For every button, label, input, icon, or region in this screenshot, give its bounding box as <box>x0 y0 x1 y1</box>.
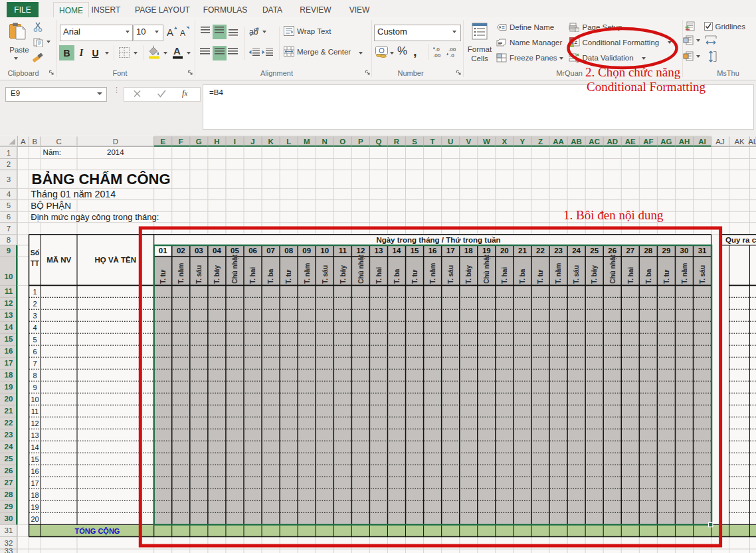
svg-text:28: 28 <box>5 491 13 498</box>
svg-text:V: V <box>466 138 471 146</box>
svg-text:T. ba: T. ba <box>645 269 652 284</box>
svg-text:T. hai: T. hai <box>249 267 256 284</box>
svg-text:18: 18 <box>5 371 13 379</box>
svg-text:X: X <box>502 138 508 146</box>
svg-text:32: 32 <box>5 539 13 547</box>
svg-text:2: 2 <box>33 300 37 308</box>
svg-text:M: M <box>304 138 310 146</box>
svg-text:3: 3 <box>7 175 11 183</box>
svg-text:11: 11 <box>31 407 39 415</box>
svg-text:T. hai: T. hai <box>375 267 383 284</box>
svg-text:09: 09 <box>302 247 311 255</box>
svg-text:Conditional Formatting: Conditional Formatting <box>587 80 706 94</box>
svg-text:Chủ nhật: Chủ nhật <box>357 255 365 284</box>
svg-text:T. bảy: T. bảy <box>591 265 598 284</box>
svg-text:25: 25 <box>5 455 13 463</box>
svg-text:17: 17 <box>5 359 13 367</box>
svg-text:I: I <box>234 138 236 146</box>
svg-text:8: 8 <box>7 236 11 244</box>
svg-text:8: 8 <box>33 372 37 380</box>
svg-text:31: 31 <box>5 526 13 534</box>
svg-text:AI: AI <box>698 138 706 146</box>
svg-text:Q: Q <box>375 138 381 146</box>
svg-text:20: 20 <box>31 515 39 523</box>
svg-text:22: 22 <box>536 247 545 255</box>
svg-text:04: 04 <box>213 247 221 255</box>
svg-text:Ngày trong tháng / Thứ trong t: Ngày trong tháng / Thứ trong tuần <box>376 236 500 244</box>
svg-text:10: 10 <box>31 395 39 403</box>
svg-text:AB: AB <box>571 138 582 146</box>
svg-text:T. sáu: T. sáu <box>573 265 580 284</box>
svg-text:7: 7 <box>33 360 37 368</box>
svg-text:26: 26 <box>5 467 13 475</box>
svg-text:T. ba: T. ba <box>267 269 274 284</box>
svg-text:28: 28 <box>644 247 652 255</box>
svg-text:14: 14 <box>5 323 13 331</box>
svg-text:D: D <box>113 138 118 146</box>
svg-text:N: N <box>322 138 328 146</box>
svg-text:21: 21 <box>518 247 527 255</box>
svg-text:T. sáu: T. sáu <box>699 265 706 284</box>
svg-text:Tháng 01 năm 2014: Tháng 01 năm 2014 <box>31 189 116 199</box>
svg-text:R: R <box>394 138 400 146</box>
svg-text:T. bảy: T. bảy <box>465 265 472 284</box>
svg-text:17: 17 <box>446 247 455 255</box>
svg-text:5: 5 <box>33 336 37 344</box>
svg-text:12: 12 <box>356 247 365 255</box>
svg-text:29: 29 <box>662 247 671 255</box>
svg-text:T. hai: T. hai <box>627 267 634 284</box>
svg-text:10: 10 <box>5 273 13 280</box>
svg-text:30: 30 <box>5 514 13 522</box>
svg-text:6: 6 <box>33 348 37 356</box>
svg-text:24: 24 <box>572 247 581 255</box>
svg-text:4: 4 <box>33 324 37 332</box>
svg-text:F: F <box>179 138 183 146</box>
svg-text:30: 30 <box>680 247 689 255</box>
svg-text:12: 12 <box>31 419 39 427</box>
svg-text:23: 23 <box>554 247 563 255</box>
svg-text:T. ba: T. ba <box>519 269 526 284</box>
svg-text:BỘ PHẬN: BỘ PHẬN <box>31 201 71 211</box>
svg-text:11: 11 <box>5 287 13 295</box>
svg-text:2014: 2014 <box>107 148 124 156</box>
svg-text:Năm:: Năm: <box>43 148 61 156</box>
svg-text:19: 19 <box>482 247 491 255</box>
svg-text:13: 13 <box>5 311 13 319</box>
svg-text:16: 16 <box>428 247 437 255</box>
svg-text:06: 06 <box>248 247 257 255</box>
svg-text:31: 31 <box>698 247 707 255</box>
svg-text:6: 6 <box>7 213 11 221</box>
svg-text:W: W <box>483 138 490 146</box>
svg-text:24: 24 <box>5 443 13 451</box>
svg-text:AG: AG <box>660 138 672 146</box>
svg-text:08: 08 <box>284 247 293 255</box>
svg-text:1. Bôi đen nội dung: 1. Bôi đen nội dung <box>563 208 664 222</box>
svg-text:J: J <box>250 138 254 146</box>
svg-text:T: T <box>430 138 435 146</box>
svg-text:10: 10 <box>320 247 329 255</box>
svg-text:07: 07 <box>266 247 275 255</box>
svg-text:3: 3 <box>33 312 37 320</box>
svg-text:AK: AK <box>734 138 745 146</box>
svg-text:20: 20 <box>5 395 13 403</box>
svg-text:T. tư: T. tư <box>285 269 292 284</box>
svg-text:01: 01 <box>159 247 167 255</box>
svg-text:13: 13 <box>375 247 383 255</box>
svg-text:T. bảy: T. bảy <box>213 265 221 284</box>
svg-text:T. bảy: T. bảy <box>339 265 347 284</box>
svg-text:T. sáu: T. sáu <box>322 265 329 284</box>
svg-text:27: 27 <box>5 479 13 487</box>
svg-text:MÃ NV: MÃ NV <box>47 256 71 264</box>
svg-text:Y: Y <box>520 138 525 146</box>
svg-text:26: 26 <box>608 247 616 255</box>
svg-text:03: 03 <box>195 247 203 255</box>
svg-text:TỔNG CỘNG: TỔNG CỘNG <box>75 527 120 536</box>
svg-text:Chủ nhật: Chủ nhật <box>231 255 239 284</box>
svg-text:14: 14 <box>393 247 401 255</box>
svg-text:4: 4 <box>7 190 11 198</box>
svg-text:T. ba: T. ba <box>393 269 401 284</box>
svg-text:T. năm: T. năm <box>681 263 688 284</box>
svg-text:H: H <box>214 138 219 146</box>
svg-text:Z: Z <box>538 138 543 146</box>
svg-text:15: 15 <box>411 247 419 255</box>
